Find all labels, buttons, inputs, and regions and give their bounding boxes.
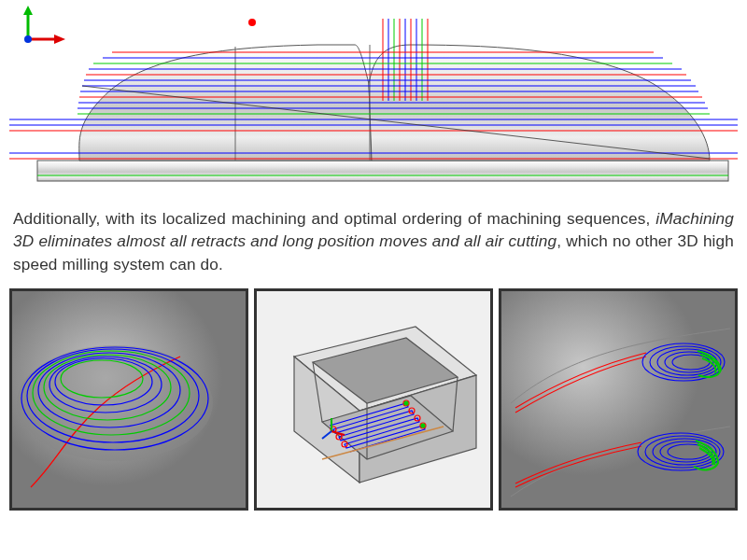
panel-pocket — [254, 288, 493, 511]
para-pre: Additionally, with its localized machini… — [13, 209, 655, 228]
svg-marker-1 — [23, 6, 33, 15]
figure-top — [0, 0, 747, 196]
panel-spiral — [9, 288, 248, 511]
figure-row-bottom — [0, 285, 747, 520]
corners-svg — [501, 291, 735, 508]
svg-point-62 — [404, 401, 408, 405]
svg-point-37 — [17, 345, 213, 461]
toolpath-profile-svg — [0, 0, 747, 196]
svg-point-63 — [421, 424, 425, 427]
panel-corners — [499, 288, 738, 511]
axis-triad-icon — [23, 6, 65, 44]
paragraph-main: Additionally, with its localized machini… — [0, 196, 747, 285]
svg-marker-3 — [54, 35, 65, 44]
spiral-svg — [12, 291, 246, 508]
plunge-point-icon — [248, 19, 256, 26]
pocket-svg — [257, 291, 490, 508]
svg-rect-67 — [501, 291, 735, 508]
document-page: Additionally, with its localized machini… — [0, 0, 747, 560]
svg-point-4 — [24, 35, 32, 43]
svg-rect-5 — [37, 161, 728, 181]
